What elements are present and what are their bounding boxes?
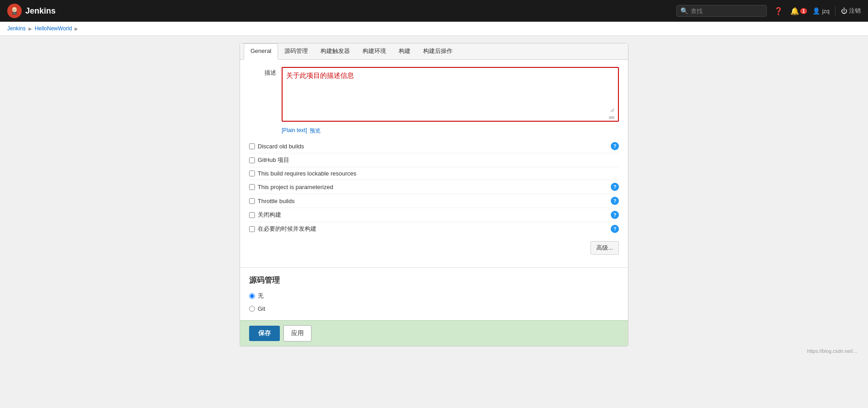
scm-none-label[interactable]: 无 [249,292,264,300]
scm-none-radio[interactable] [249,293,255,299]
scm-git-row: Git [240,303,628,315]
tab-post-build[interactable]: 构建后操作 [417,43,459,60]
checkbox-label-lockable[interactable]: This build requires lockable resources [249,170,619,177]
checkbox-text-throttle: Throttle builds [258,198,295,204]
breadcrumb-sep-2: ▶ [75,26,78,31]
checkbox-concurrent[interactable] [249,226,255,232]
svg-point-2 [13,8,16,11]
scm-git-label[interactable]: Git [249,305,265,312]
checkbox-text-disable: 关闭构建 [258,211,281,219]
checkbox-row-parameterized: This project is parameterized ? [249,180,619,194]
search-input[interactable] [691,8,754,14]
svg-point-4 [15,9,15,9]
breadcrumb-project[interactable]: HelloNewWorld [35,25,72,32]
checkbox-label-github[interactable]: GitHub 项目 [249,156,619,164]
checkbox-label-discard[interactable]: Discard old builds [249,143,611,150]
checkbox-text-github: GitHub 项目 [258,156,289,164]
user-button[interactable]: 👤 jzq [812,7,830,14]
nav-divider [835,6,835,15]
svg-point-3 [14,9,14,9]
checkbox-row-discard: Discard old builds ? [249,139,619,153]
bottom-actions: 保存 应用 [240,320,628,346]
checkbox-label-concurrent[interactable]: 在必要的时候并发构建 [249,225,611,233]
page-footer: https://blog.csdn.net/... [7,346,861,356]
help-icon-concurrent[interactable]: ? [611,225,619,233]
checkbox-label-parameterized[interactable]: This project is parameterized [249,184,611,190]
logout-label: 注销 [849,7,861,15]
tab-general[interactable]: General [244,43,278,60]
plain-text-link[interactable]: [Plain text] [282,127,307,135]
advanced-row: 高级... [249,236,619,256]
checkbox-row-throttle: Throttle builds ? [249,194,619,208]
checkbox-label-disable[interactable]: 关闭构建 [249,211,611,219]
advanced-button[interactable]: 高级... [590,241,619,255]
tabs-bar: General 源码管理 构建触发器 构建环境 构建 构建后操作 [240,43,628,60]
scm-git-radio[interactable] [249,306,255,312]
description-textarea[interactable] [286,71,614,112]
checkbox-text-lockable: This build requires lockable resources [258,170,356,177]
checkbox-parameterized[interactable] [249,184,255,190]
checkbox-text-discard: Discard old builds [258,143,304,150]
tab-source[interactable]: 源码管理 [278,43,314,60]
scm-none-text: 无 [258,292,264,300]
footer-text: https://blog.csdn.net/... [807,348,857,354]
checkbox-text-concurrent: 在必要的时候并发构建 [258,225,316,233]
config-panel: General 源码管理 构建触发器 构建环境 构建 构建后操作 描述 [240,43,628,346]
breadcrumb: Jenkins ▶ HelloNewWorld ▶ [0,22,868,36]
scm-none-row: 无 [240,289,628,303]
logout-icon: ⏻ [841,7,847,14]
checkbox-label-throttle[interactable]: Throttle builds [249,198,611,204]
checkbox-row-disable: 关闭构建 ? [249,208,619,222]
apply-button[interactable]: 应用 [283,325,311,342]
notification-button[interactable]: 🔔 1 [790,7,807,15]
checkbox-lockable[interactable] [249,171,255,176]
checkbox-row-lockable: This build requires lockable resources [249,167,619,180]
checkbox-row-github: GitHub 项目 [249,153,619,167]
help-icon-parameterized[interactable]: ? [611,183,619,191]
checkbox-throttle[interactable] [249,198,255,204]
checkbox-github[interactable] [249,157,255,163]
description-label: 描述 [249,67,276,77]
jenkins-title: Jenkins [25,6,56,16]
breadcrumb-sep-1: ▶ [28,26,32,31]
general-section: 描述 [Plain text] 预览 [240,60,628,264]
checkbox-disable[interactable] [249,212,255,218]
tab-triggers[interactable]: 构建触发器 [314,43,356,60]
jenkins-logo[interactable]: Jenkins [7,4,56,18]
jenkins-logo-icon [7,4,22,18]
topnav: Jenkins 🔍 ❓ 🔔 1 👤 jzq ⏻ 注销 [0,0,868,22]
tab-env[interactable]: 构建环境 [356,43,392,60]
description-field-content: [Plain text] 预览 [282,67,619,136]
main-content: General 源码管理 构建触发器 构建环境 构建 构建后操作 描述 [0,36,868,406]
help-icon-discard[interactable]: ? [611,142,619,150]
description-field-row: 描述 [Plain text] 预览 [249,67,619,136]
checkboxes-section: Discard old builds ? GitHub 项目 This buil… [249,139,619,236]
resize-handle[interactable] [609,116,614,119]
preview-link[interactable]: 预览 [310,127,321,135]
logout-button[interactable]: ⏻ 注销 [841,7,861,15]
svg-rect-6 [13,12,16,14]
user-name: jzq [822,8,830,14]
user-icon: 👤 [812,7,820,14]
scm-git-text: Git [258,305,265,312]
checkbox-discard[interactable] [249,143,255,149]
description-footer: [Plain text] 预览 [282,125,619,136]
help-icon[interactable]: ❓ [772,5,785,17]
notification-badge: 1 [800,8,807,14]
checkbox-text-parameterized: This project is parameterized [258,184,333,190]
bell-icon: 🔔 [790,7,799,15]
help-icon-disable[interactable]: ? [611,211,619,219]
checkbox-row-concurrent: 在必要的时候并发构建 ? [249,222,619,236]
source-options: 无 Git [240,289,628,320]
search-icon: 🔍 [680,7,688,14]
description-box [282,67,619,122]
source-section-title: 源码管理 [240,267,628,289]
search-box[interactable]: 🔍 [676,5,767,17]
breadcrumb-jenkins[interactable]: Jenkins [7,25,26,32]
save-button[interactable]: 保存 [249,326,280,341]
tab-build[interactable]: 构建 [392,43,417,60]
help-icon-throttle[interactable]: ? [611,197,619,205]
